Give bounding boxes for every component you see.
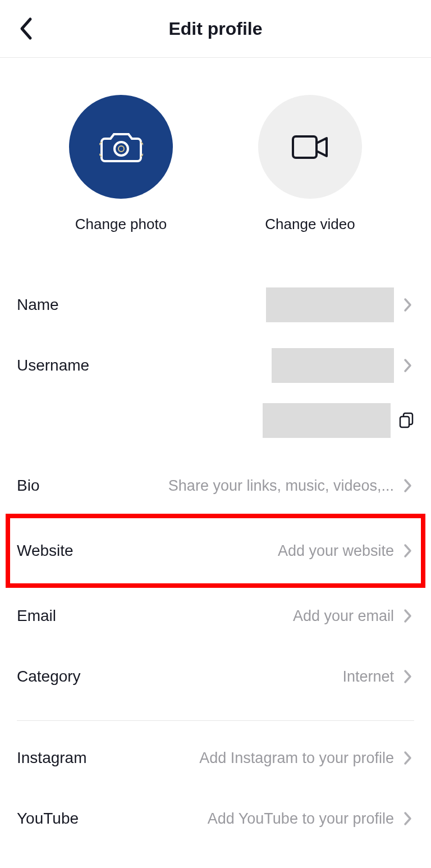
section-divider — [17, 720, 414, 721]
svg-rect-3 — [400, 417, 409, 427]
youtube-row[interactable]: YouTube Add YouTube to your profile — [17, 788, 414, 849]
name-value-redacted — [266, 287, 394, 322]
name-row[interactable]: Name — [17, 275, 414, 335]
instagram-row[interactable]: Instagram Add Instagram to your profile — [17, 728, 414, 788]
website-label: Website — [17, 542, 74, 560]
chevron-right-icon — [402, 296, 414, 313]
chevron-right-icon — [402, 810, 414, 827]
settings-list: Name Username — [0, 255, 431, 849]
bio-label: Bio — [17, 477, 39, 495]
chevron-right-icon — [402, 750, 414, 766]
svg-point-1 — [118, 146, 124, 152]
change-photo-button[interactable]: Change photo — [69, 95, 173, 233]
chevron-right-icon — [402, 477, 414, 494]
profile-link-row[interactable] — [17, 396, 414, 445]
instagram-placeholder: Add Instagram to your profile — [199, 750, 394, 767]
youtube-label: YouTube — [17, 810, 79, 828]
name-label: Name — [17, 296, 59, 314]
page-title: Edit profile — [168, 19, 262, 39]
video-icon — [291, 133, 330, 161]
svg-rect-2 — [293, 136, 317, 158]
website-row[interactable]: Website Add your website — [8, 516, 423, 586]
change-video-button[interactable]: Change video — [258, 95, 362, 233]
bio-placeholder: Share your links, music, videos,... — [168, 477, 394, 495]
email-placeholder: Add your email — [293, 607, 394, 625]
chevron-right-icon — [402, 357, 414, 374]
svg-point-0 — [114, 142, 128, 156]
category-row[interactable]: Category Internet — [17, 646, 414, 707]
media-section: Change photo Change video — [0, 58, 431, 255]
username-value-redacted — [272, 348, 394, 383]
camera-icon — [99, 131, 143, 163]
category-value: Internet — [342, 668, 394, 686]
bio-row[interactable]: Bio Share your links, music, videos,... — [17, 455, 414, 516]
email-row[interactable]: Email Add your email — [17, 586, 414, 646]
username-label: Username — [17, 357, 89, 374]
instagram-label: Instagram — [17, 749, 87, 767]
back-button[interactable] — [12, 15, 39, 42]
category-label: Category — [17, 668, 81, 686]
profile-link-redacted — [263, 403, 391, 438]
website-placeholder: Add your website — [278, 542, 394, 560]
change-video-label: Change video — [265, 216, 355, 233]
chevron-right-icon — [402, 607, 414, 624]
youtube-placeholder: Add YouTube to your profile — [208, 810, 394, 828]
username-row[interactable]: Username — [17, 335, 414, 396]
chevron-left-icon — [19, 17, 33, 40]
change-photo-label: Change photo — [75, 216, 167, 233]
photo-avatar — [69, 95, 173, 199]
video-avatar — [258, 95, 362, 199]
copy-icon[interactable] — [398, 412, 414, 430]
header: Edit profile — [0, 0, 431, 58]
chevron-right-icon — [402, 668, 414, 685]
chevron-right-icon — [402, 542, 414, 559]
email-label: Email — [17, 607, 56, 625]
